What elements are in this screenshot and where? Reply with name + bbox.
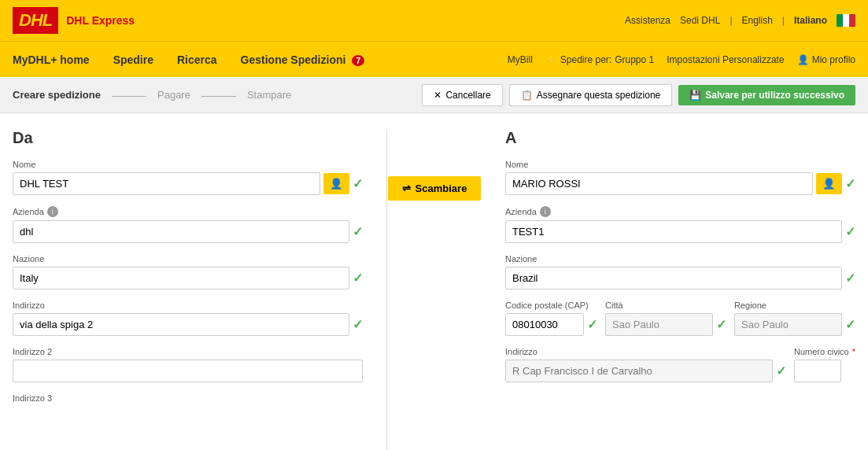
svg-rect-2 <box>849 14 855 27</box>
nav-gestione-badge: 7 <box>352 55 364 66</box>
a-cap-check-icon: ✓ <box>587 317 597 332</box>
a-cap-col: Codice postale (CAP) ✓ <box>505 301 597 336</box>
swap-icon: ⇌ <box>402 183 411 194</box>
a-cap-input[interactable] <box>505 313 584 336</box>
da-indirizzo-group: Indirizzo ✓ <box>13 301 363 336</box>
a-nome-input[interactable] <box>505 172 813 195</box>
da-indirizzo-wrapper: ✓ <box>13 313 363 336</box>
a-azienda-input[interactable] <box>505 220 842 243</box>
da-nome-wrapper: 👤 ✓ <box>13 172 363 195</box>
panel-a: A Nome 👤 ✓ Azienda i ✓ N <box>482 129 855 450</box>
da-nome-label: Nome <box>13 160 363 169</box>
header-help-link[interactable]: Assistenza <box>625 15 670 26</box>
nav-right-area: MyBill ⚡ Spedire per: Gruppo 1 Impostazi… <box>508 54 855 65</box>
a-regione-wrapper: ✓ <box>734 313 855 336</box>
a-indirizzo-wrapper: ✓ <box>505 360 786 382</box>
header-right: Assistenza Sedi DHL | English | Italiano <box>625 14 855 27</box>
spedire-icon: ⚡ <box>545 54 557 65</box>
a-azienda-label-text: Azienda <box>505 207 537 216</box>
breadcrumb-bar: Creare spedizione ———— Pagare ———— Stamp… <box>0 77 868 113</box>
spedire-value[interactable]: Gruppo 1 <box>615 54 654 65</box>
da-nazione-input[interactable] <box>13 267 349 290</box>
a-regione-input[interactable] <box>734 313 842 336</box>
toolbar-buttons: ✕ Cancellare 📋 Assegnare questa spedizio… <box>422 84 855 106</box>
da-azienda-info-icon[interactable]: i <box>47 206 58 217</box>
da-indirizzo2-input[interactable] <box>13 360 363 382</box>
a-indirizzo-label: Indirizzo <box>505 347 786 356</box>
a-indirizzo-row: Indirizzo ✓ Numero civico * <box>505 347 855 382</box>
nav-item-ricerca[interactable]: Ricerca <box>177 50 217 69</box>
cancel-label: Cancellare <box>445 90 490 101</box>
a-citta-wrapper: ✓ <box>605 313 726 336</box>
a-citta-label: Città <box>605 301 726 310</box>
nav-gestione-label: Gestione Spedizioni <box>241 53 346 66</box>
a-nome-label: Nome <box>505 160 855 169</box>
a-indirizzo-input[interactable] <box>505 360 773 382</box>
panel-da-title: Da <box>13 129 363 147</box>
swap-area: ⇌ Scambiare <box>387 129 482 450</box>
cancel-button[interactable]: ✕ Cancellare <box>422 84 502 106</box>
da-azienda-input[interactable] <box>13 220 349 243</box>
a-azienda-group: Azienda i ✓ <box>505 206 855 243</box>
header: DHL DHL Express Assistenza Sedi DHL | En… <box>0 0 868 41</box>
a-azienda-check-icon: ✓ <box>845 224 855 239</box>
step-pagare: Pagare <box>157 89 190 101</box>
a-nome-address-book-button[interactable]: 👤 <box>816 173 842 194</box>
a-nazione-input[interactable] <box>505 267 842 290</box>
save-button[interactable]: 💾 Salvare per utilizzo successivo <box>678 85 855 105</box>
assign-label: Assegnare questa spedizione <box>537 90 660 101</box>
a-azienda-info-icon[interactable]: i <box>540 206 551 217</box>
nav-item-gestione[interactable]: Gestione Spedizioni 7 <box>241 50 365 69</box>
a-cap-row-group: Codice postale (CAP) ✓ Città ✓ Regione <box>505 301 855 336</box>
panel-da: Da Nome 👤 ✓ Azienda i ✓ <box>13 129 387 450</box>
da-indirizzo-label: Indirizzo <box>13 301 363 310</box>
a-citta-col: Città ✓ <box>605 301 726 336</box>
save-icon: 💾 <box>689 90 701 101</box>
da-nome-group: Nome 👤 ✓ <box>13 160 363 195</box>
da-nome-input[interactable] <box>13 172 320 195</box>
a-nazione-group: Nazione ✓ <box>505 254 855 290</box>
logo-area: DHL DHL Express <box>13 7 135 34</box>
da-indirizzo-input[interactable] <box>13 313 349 336</box>
a-indirizzo-col: Indirizzo ✓ <box>505 347 786 382</box>
panel-a-title: A <box>505 129 855 147</box>
nav-spedire-per: ⚡ Spedire per: Gruppo 1 <box>545 54 654 65</box>
a-numero-label-text: Numero civico <box>794 347 849 356</box>
header-lang-english[interactable]: English <box>742 15 773 26</box>
da-nome-check-icon: ✓ <box>353 176 363 191</box>
a-nome-check-icon: ✓ <box>845 176 855 191</box>
nav-item-spedire[interactable]: Spedire <box>113 50 153 69</box>
nav-mybill[interactable]: MyBill <box>508 54 533 65</box>
breadcrumb-steps: Creare spedizione ———— Pagare ———— Stamp… <box>13 89 422 101</box>
a-regione-label: Regione <box>734 301 855 310</box>
a-numero-required-star: * <box>852 347 855 356</box>
nav-item-mydhl[interactable]: MyDHL+ home <box>13 50 90 69</box>
a-indirizzo-check-icon: ✓ <box>776 363 786 378</box>
a-numero-wrapper <box>794 360 855 382</box>
address-book-icon: 👤 <box>330 178 343 190</box>
profile-label: Mio profilo <box>812 54 855 65</box>
da-indirizzo-check-icon: ✓ <box>353 317 363 332</box>
a-regione-check-icon: ✓ <box>845 317 855 332</box>
header-locations-link[interactable]: Sedi DHL <box>680 15 720 26</box>
a-citta-input[interactable] <box>605 313 713 336</box>
assign-button[interactable]: 📋 Assegnare questa spedizione <box>509 84 672 106</box>
da-azienda-group: Azienda i ✓ <box>13 206 363 243</box>
address-book-icon: 👤 <box>822 178 836 190</box>
a-numero-input[interactable] <box>794 360 841 382</box>
step-creare: Creare spedizione <box>13 89 101 101</box>
nav-profile[interactable]: 👤 Mio profilo <box>797 54 855 65</box>
a-cap-wrapper: ✓ <box>505 313 597 336</box>
svg-rect-1 <box>843 14 849 27</box>
step-sep1: ———— <box>112 90 146 100</box>
spedire-label: Spedire per: <box>560 54 611 65</box>
dhl-logo-box: DHL <box>13 7 58 34</box>
save-label: Salvare per utilizzo successivo <box>705 90 844 101</box>
cancel-icon: ✕ <box>434 90 441 101</box>
swap-button[interactable]: ⇌ Scambiare <box>388 176 482 201</box>
da-nome-address-book-button[interactable]: 👤 <box>323 173 349 194</box>
header-lang-italian[interactable]: Italiano <box>794 15 827 26</box>
a-cap-row: Codice postale (CAP) ✓ Città ✓ Regione <box>505 301 855 336</box>
nav-impostazioni[interactable]: Impostazioni Personalizzate <box>667 54 784 65</box>
da-indirizzo2-group: Indirizzo 2 <box>13 347 363 382</box>
